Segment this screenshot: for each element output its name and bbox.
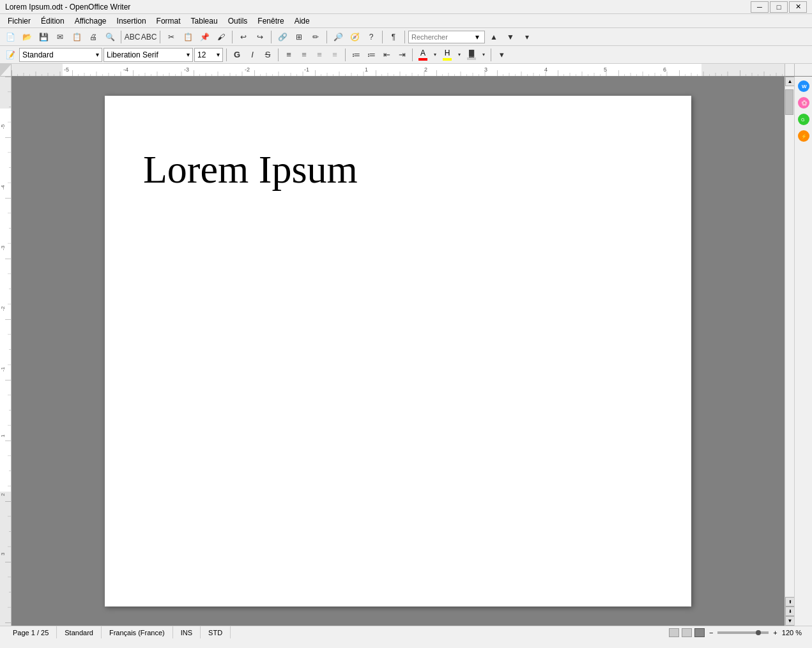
new-button[interactable]: 📄 — [3, 30, 18, 44]
font-size-dropdown[interactable]: 12 ▾ — [194, 48, 223, 62]
vertical-scrollbar[interactable]: ▲ ⬆ ⬇ ▼ — [785, 77, 794, 626]
toolbar-standard: 📄 📂 💾 ✉ 📋 🖨 🔍 ABC ABC ✂ 📋 📌 🖌 ↩ ↪ 🔗 ⊞ ✏ … — [0, 28, 812, 46]
undo-button[interactable]: ↩ — [236, 30, 251, 44]
align-left-button[interactable]: ≡ — [282, 48, 296, 62]
window-controls: ─ □ ✕ — [751, 1, 807, 13]
table-button[interactable]: ⊞ — [291, 30, 307, 44]
save-button[interactable]: 💾 — [36, 30, 51, 44]
numbered-list-button[interactable]: ≔ — [349, 48, 363, 62]
show-draw-button[interactable]: ✏ — [308, 30, 323, 44]
print-preview-button[interactable]: 🔍 — [102, 30, 118, 44]
font-name-dropdown[interactable]: Liberation Serif ▾ — [103, 48, 193, 62]
minimize-button[interactable]: ─ — [751, 1, 769, 13]
italic-button[interactable]: I — [245, 48, 259, 62]
svg-rect-26 — [0, 77, 11, 626]
zoom-thumb[interactable] — [756, 630, 761, 635]
help-button[interactable]: ? — [364, 30, 379, 44]
zoom-slider[interactable] — [717, 631, 769, 634]
cut-button[interactable]: ✂ — [164, 30, 179, 44]
view-normal-button[interactable] — [669, 628, 679, 637]
scroll-thumb[interactable] — [785, 89, 793, 115]
search-input[interactable] — [411, 33, 475, 41]
separator-6 — [382, 31, 383, 43]
menu-insertion[interactable]: Insertion — [112, 15, 151, 27]
align-center-button[interactable]: ≡ — [297, 48, 311, 62]
scroll-pagedown-button[interactable]: ⬇ — [785, 607, 795, 616]
highlight-color-bar — [443, 58, 452, 61]
font-color-arrow[interactable]: ▾ — [431, 48, 439, 62]
font-color-button[interactable]: A — [416, 48, 430, 62]
close-button[interactable]: ✕ — [789, 1, 807, 13]
sidebar-icon-4[interactable]: ⚡ — [797, 129, 811, 143]
scroll-track[interactable] — [785, 86, 794, 597]
search-prev-button[interactable]: ▲ — [486, 30, 502, 44]
paragraph-style-dropdown[interactable]: Standard ▾ — [19, 48, 102, 62]
print-button[interactable]: 🖨 — [86, 30, 101, 44]
navigator-button[interactable]: 🧭 — [347, 30, 362, 44]
page-status: Page 1 / 25 — [5, 626, 57, 638]
align-justify-button[interactable]: ≡ — [328, 48, 342, 62]
document-page[interactable]: Lorem Ipsum — [105, 96, 691, 607]
view-web-button[interactable] — [682, 628, 692, 637]
pdf-button[interactable]: 📋 — [69, 30, 84, 44]
char-highlight-arrow[interactable]: ▾ — [480, 48, 487, 62]
bold-button[interactable]: G — [230, 48, 244, 62]
sidebar-icon-1[interactable]: W — [797, 79, 811, 93]
search-next-button[interactable]: ▼ — [503, 30, 518, 44]
redo-button[interactable]: ↪ — [252, 30, 268, 44]
search-dropdown-arrow[interactable]: ▾ — [475, 33, 479, 41]
hyperlink-button[interactable]: 🔗 — [275, 30, 290, 44]
view-print-button[interactable] — [694, 628, 705, 637]
scroll-up-button[interactable]: ▲ — [785, 77, 795, 86]
search-box[interactable]: ▾ — [408, 31, 485, 43]
find-replace-button[interactable]: 🔎 — [330, 30, 346, 44]
maximize-button[interactable]: □ — [770, 1, 788, 13]
zoom-out-button[interactable]: − — [707, 629, 715, 637]
menu-format[interactable]: Format — [151, 15, 186, 27]
toolbar-options-button[interactable]: ▾ — [519, 30, 535, 44]
menu-tableau[interactable]: Tableau — [186, 15, 223, 27]
titlebar: Lorem Ipsum.odt - OpenOffice Writer ─ □ … — [0, 0, 812, 14]
document-text[interactable]: Lorem Ipsum — [143, 147, 358, 191]
highlight-color-arrow[interactable]: ▾ — [456, 48, 463, 62]
email-button[interactable]: ✉ — [52, 30, 68, 44]
menu-fenetre[interactable]: Fenêtre — [252, 15, 289, 27]
nonprinting-button[interactable]: ¶ — [386, 30, 401, 44]
autocorrect-button[interactable]: ABC — [141, 30, 157, 44]
increase-indent-button[interactable]: ⇥ — [395, 48, 409, 62]
font-color-bar — [418, 58, 427, 61]
svg-text:5: 5 — [604, 66, 607, 73]
menu-edition[interactable]: Édition — [36, 15, 70, 27]
format-paintbrush-button[interactable]: 🖌 — [213, 30, 229, 44]
bulleted-list-button[interactable]: ≔ — [364, 48, 378, 62]
sidebar-icon-2[interactable]: 🌸 — [797, 96, 811, 110]
open-button[interactable]: 📂 — [19, 30, 34, 44]
styles-button[interactable]: 📝 — [3, 48, 18, 62]
document-content[interactable]: Lorem Ipsum — [105, 96, 691, 230]
decrease-indent-button[interactable]: ⇤ — [379, 48, 394, 62]
strikethrough-button[interactable]: S — [261, 48, 275, 62]
toolbar-formatting: 📝 Standard ▾ Liberation Serif ▾ 12 ▾ G I… — [0, 46, 812, 64]
toolbar2-options-button[interactable]: ▾ — [494, 48, 509, 62]
menu-outils[interactable]: Outils — [223, 15, 253, 27]
menu-fichier[interactable]: Fichier — [3, 15, 36, 27]
menu-aide[interactable]: Aide — [289, 15, 315, 27]
char-highlight-button[interactable]: ▓ — [464, 48, 479, 62]
scroll-down-button[interactable]: ▼ — [785, 616, 795, 626]
separator-fmt-2 — [278, 49, 279, 61]
document-canvas[interactable]: Lorem Ipsum — [11, 77, 785, 626]
separator-2 — [160, 31, 160, 43]
font-size-arrow: ▾ — [217, 51, 220, 58]
separator-fmt-5 — [491, 49, 491, 61]
separator-5 — [326, 31, 327, 43]
copy-button[interactable]: 📋 — [180, 30, 195, 44]
svg-text:2: 2 — [0, 493, 6, 496]
menu-affichage[interactable]: Affichage — [70, 15, 112, 27]
align-right-button[interactable]: ≡ — [312, 48, 326, 62]
sidebar-icon-3[interactable]: G — [797, 112, 811, 126]
scroll-pageup-button[interactable]: ⬆ — [785, 597, 795, 607]
zoom-in-button[interactable]: + — [771, 629, 779, 637]
paste-button[interactable]: 📌 — [197, 30, 212, 44]
highlight-color-button[interactable]: H — [440, 48, 454, 62]
spellcheck-button[interactable]: ABC — [125, 30, 140, 44]
